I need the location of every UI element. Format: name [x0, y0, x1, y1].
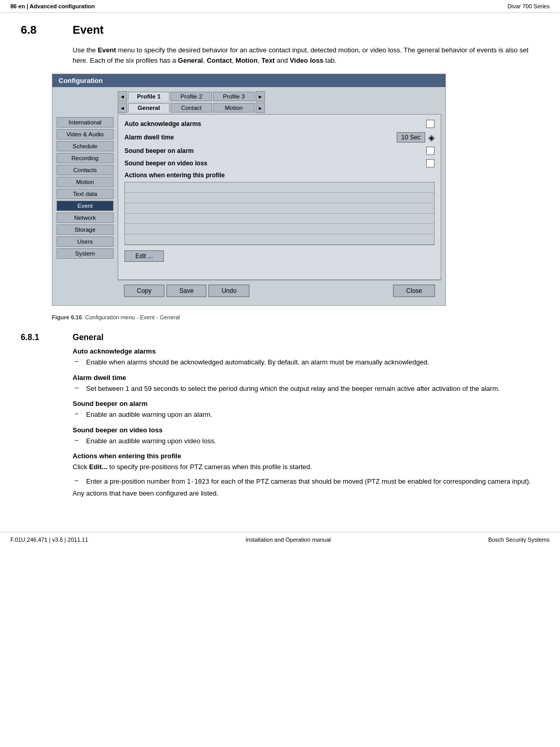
actions-row-5	[125, 224, 434, 234]
header-bar: 86 en | Advanced configuration Divar 700…	[0, 0, 560, 13]
header-product-name: Divar 700 Series	[508, 3, 550, 9]
bottom-buttons: Copy Save Undo Close	[118, 280, 441, 301]
content-panel: Auto acknowledge alarms Alarm dwell time…	[118, 114, 441, 280]
field-row-auto-ack: Auto acknowledge alarms	[124, 120, 435, 128]
tab-general[interactable]: General	[128, 103, 170, 112]
field-label-beeper-videoloss: Sound beeper on video loss	[124, 160, 207, 167]
doc-auto-ack-heading: Auto acknowledge alarms	[73, 347, 539, 355]
sidebar-item-users[interactable]: Users	[57, 236, 114, 247]
general-tab-left-arrow[interactable]: ◄	[118, 103, 127, 113]
bullet-dash-4: –	[75, 436, 82, 446]
copy-button[interactable]: Copy	[124, 285, 164, 297]
bullet-actions-text: Enter a pre-position number from 1-1023 …	[86, 476, 531, 487]
profile-tab-right-arrow[interactable]: ►	[256, 91, 265, 102]
undo-button[interactable]: Undo	[208, 285, 249, 297]
doc-beeper-videoloss: Sound beeper on video loss – Enable an a…	[73, 426, 539, 446]
sidebar-item-video-audio[interactable]: Video & Audio	[57, 129, 114, 139]
doc-beeper-alarm-bullet: – Enable an audible warning upon an alar…	[73, 410, 539, 420]
bullet-dash-2: –	[75, 384, 82, 394]
dwell-time-arrow[interactable]: ◈	[428, 133, 435, 143]
section-number: 6.8	[21, 23, 52, 37]
configuration-box: Configuration International Video & Audi…	[52, 74, 446, 306]
figure-caption-text: Configuration menu - Event - General	[85, 314, 180, 320]
actions-label: Actions when entering this profile	[124, 172, 435, 179]
checkbox-auto-ack[interactable]	[426, 120, 435, 128]
bullet-beeper-videoloss-text: Enable an audible warning upon video los…	[86, 436, 216, 446]
tab-contact[interactable]: Contact	[171, 103, 212, 112]
right-panel: ◄ Profile 1 Profile 2 Profile 3 ► ◄ Gene…	[118, 91, 441, 301]
actions-row-2	[125, 193, 434, 203]
field-row-beeper-alarm: Sound beeper on alarm	[124, 147, 435, 155]
footer: F.01U.246.471 | v3.6 | 2011.11 Installat…	[0, 532, 560, 547]
subsection-content: General Auto acknowledge alarms – Enable…	[73, 333, 539, 505]
intro-paragraph: Use the Event menu to specify the desire…	[73, 45, 539, 65]
sidebar-item-motion[interactable]: Motion	[57, 177, 114, 187]
bullet-beeper-alarm-text: Enable an audible warning upon an alarm.	[86, 410, 213, 420]
general-tabs-row: ◄ General Contact Motion ►	[118, 103, 441, 113]
bullet-dash-3: –	[75, 410, 82, 420]
sidebar-item-schedule[interactable]: Schedule	[57, 141, 114, 151]
save-button[interactable]: Save	[166, 285, 206, 297]
actions-row-6	[125, 234, 434, 245]
footer-center: Installation and Operation manual	[245, 537, 331, 543]
sidebar-item-event[interactable]: Event	[57, 201, 114, 211]
sidebar-item-recording[interactable]: Recording	[57, 153, 114, 163]
sidebar-item-contacts[interactable]: Contacts	[57, 165, 114, 175]
sidebar-item-system[interactable]: System	[57, 248, 114, 259]
doc-actions: Actions when entering this profile Click…	[73, 452, 539, 499]
bullet-auto-ack-text: Enable when alarms should be acknowledge…	[86, 357, 429, 368]
field-row-beeper-videoloss: Sound beeper on video loss	[124, 159, 435, 167]
profile-tab-left-arrow[interactable]: ◄	[118, 91, 127, 102]
doc-dwell-time-heading: Alarm dwell time	[73, 374, 539, 382]
figure-label: Figure 6.16	[52, 314, 82, 320]
doc-beeper-videoloss-bullet: – Enable an audible warning upon video l…	[73, 436, 539, 446]
doc-auto-ack-bullet: – Enable when alarms should be acknowled…	[73, 357, 539, 368]
doc-dwell-time: Alarm dwell time – Set between 1 and 59 …	[73, 374, 539, 394]
checkbox-beeper-alarm[interactable]	[426, 147, 435, 155]
general-tab-right-arrow[interactable]: ►	[256, 103, 265, 113]
field-row-dwell-time: Alarm dwell time 10 Sec ◈	[124, 132, 435, 143]
figure-caption: Figure 6.16 Configuration menu - Event -…	[52, 314, 539, 320]
field-label-beeper-alarm: Sound beeper on alarm	[124, 147, 193, 154]
field-label-dwell-time: Alarm dwell time	[124, 134, 174, 141]
section-title: Event	[73, 23, 104, 37]
edit-button[interactable]: Edit ...	[124, 250, 164, 262]
actions-list	[124, 182, 435, 245]
actions-row-4	[125, 214, 434, 224]
field-label-auto-ack: Auto acknowledge alarms	[124, 120, 201, 128]
section-heading: 6.8 Event	[21, 23, 539, 37]
tab-profile3[interactable]: Profile 3	[213, 92, 255, 101]
actions-row-3	[125, 203, 434, 214]
bullet-dwell-time-text: Set between 1 and 59 seconds to select t…	[86, 384, 500, 394]
bullet-dash: –	[75, 357, 82, 368]
doc-actions-intro: Click Edit... to specify pre-positions f…	[73, 462, 539, 472]
bullet-dash-5: –	[75, 476, 82, 487]
doc-beeper-alarm-heading: Sound beeper on alarm	[73, 400, 539, 407]
tab-motion[interactable]: Motion	[213, 103, 255, 112]
dwell-time-value[interactable]: 10 Sec	[397, 132, 425, 143]
sidebar-item-network[interactable]: Network	[57, 213, 114, 223]
tab-profile2[interactable]: Profile 2	[171, 92, 212, 101]
doc-beeper-alarm: Sound beeper on alarm – Enable an audibl…	[73, 400, 539, 420]
actions-row-1	[125, 182, 434, 193]
subsection-number: 6.8.1	[21, 333, 52, 505]
sidebar-nav: International Video & Audio Schedule Rec…	[57, 91, 114, 301]
config-title-bar: Configuration	[52, 74, 445, 87]
doc-actions-outro: Any actions that have been configured ar…	[73, 488, 539, 499]
subsection-title: General	[73, 333, 539, 342]
profile-tabs-row: ◄ Profile 1 Profile 2 Profile 3 ►	[118, 91, 441, 102]
sidebar-item-textdata[interactable]: Text data	[57, 189, 114, 199]
tab-profile1[interactable]: Profile 1	[128, 92, 170, 101]
doc-actions-heading: Actions when entering this profile	[73, 452, 539, 460]
doc-beeper-videoloss-heading: Sound beeper on video loss	[73, 426, 539, 434]
subsection-681: 6.8.1 General Auto acknowledge alarms – …	[21, 333, 539, 505]
checkbox-beeper-videoloss[interactable]	[426, 159, 435, 167]
sidebar-item-international[interactable]: International	[57, 117, 114, 128]
header-page-info: 86 en | Advanced configuration	[10, 3, 95, 9]
doc-actions-bullet: – Enter a pre-position number from 1-102…	[73, 476, 539, 487]
sidebar-item-storage[interactable]: Storage	[57, 224, 114, 235]
config-inner: International Video & Audio Schedule Rec…	[52, 87, 445, 305]
config-title-text: Configuration	[59, 77, 103, 84]
doc-dwell-time-bullet: – Set between 1 and 59 seconds to select…	[73, 384, 539, 394]
close-button[interactable]: Close	[393, 285, 435, 297]
